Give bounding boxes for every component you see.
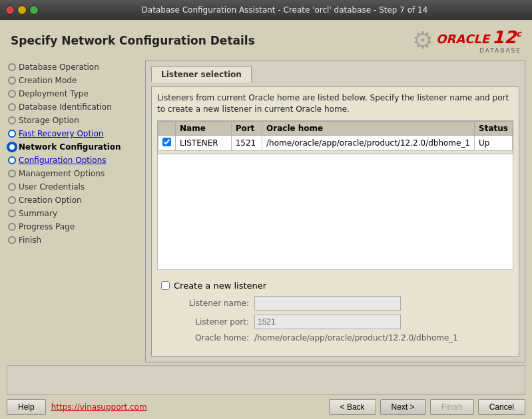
- create-new-listener-checkbox[interactable]: [161, 281, 170, 290]
- footer-right: < Back Next > Finish Cancel: [329, 399, 525, 415]
- oracle-version: 12c: [492, 27, 521, 47]
- sidebar-dot-user-credentials: [8, 183, 16, 191]
- sidebar-item-creation-option[interactable]: Creation Option: [7, 194, 140, 207]
- sidebar-label-fast-recovery-option: Fast Recovery Option: [19, 129, 103, 138]
- sidebar-item-network-configuration[interactable]: Network Configuration: [7, 140, 140, 154]
- bottom-area: [7, 365, 525, 395]
- listener-name-cell: LISTENER: [176, 135, 232, 150]
- sidebar-dot-summary: [8, 210, 16, 217]
- close-button[interactable]: [5, 5, 15, 15]
- sidebar-label-deployment-type: Deployment Type: [19, 89, 89, 98]
- col-header-port: Port: [231, 121, 262, 135]
- sidebar: Database Operation Creation Mode Deploym…: [7, 61, 140, 362]
- oracle-home-label: Oracle home:: [174, 333, 254, 343]
- table-row: LISTENER 1521 /home/oracle/app/oracle/pr…: [158, 135, 513, 150]
- sidebar-item-creation-mode[interactable]: Creation Mode: [7, 74, 140, 87]
- sidebar-item-database-operation[interactable]: Database Operation: [7, 61, 140, 74]
- create-new-listener-label: Create a new listener: [174, 281, 266, 291]
- sidebar-dot-progress-page: [8, 223, 16, 231]
- table-empty-space: [157, 154, 513, 270]
- sidebar-dot-database-identification: [8, 103, 16, 111]
- sidebar-item-summary[interactable]: Summary: [7, 207, 140, 220]
- minimize-button[interactable]: [17, 5, 27, 15]
- next-button[interactable]: Next >: [380, 399, 426, 415]
- sidebar-item-configuration-options[interactable]: Configuration Options: [7, 154, 140, 167]
- listener-name-input[interactable]: [254, 296, 401, 311]
- col-header-name: Name: [176, 121, 232, 135]
- sidebar-item-management-options[interactable]: Management Options: [7, 167, 140, 180]
- listener-port-input[interactable]: [254, 315, 401, 329]
- new-listener-section: Create a new listener Listener name: Lis…: [157, 277, 513, 350]
- help-button[interactable]: Help: [7, 399, 46, 415]
- maximize-button[interactable]: [29, 5, 39, 15]
- sidebar-item-deployment-type[interactable]: Deployment Type: [7, 87, 140, 100]
- col-header-oracle-home: Oracle home: [262, 121, 475, 135]
- listener-checkbox[interactable]: [162, 138, 171, 146]
- sidebar-item-database-identification[interactable]: Database Identification: [7, 100, 140, 114]
- listener-port-cell: 1521: [231, 135, 262, 150]
- back-button[interactable]: < Back: [329, 399, 376, 415]
- listener-port-label: Listener port:: [174, 317, 254, 327]
- sidebar-item-user-credentials[interactable]: User Credentials: [7, 180, 140, 194]
- tabs-bar: Listener selection: [151, 67, 519, 82]
- oracle-product: DATABASE: [479, 47, 521, 54]
- sidebar-label-progress-page: Progress Page: [19, 222, 75, 231]
- sidebar-label-database-identification: Database Identification: [19, 102, 112, 112]
- sidebar-dot-fast-recovery-option: [8, 130, 16, 138]
- sidebar-label-creation-option: Creation Option: [19, 196, 82, 205]
- sidebar-label-network-configuration: Network Configuration: [19, 142, 121, 152]
- main-container: Specify Network Configuration Details ⚙ …: [0, 20, 532, 419]
- oracle-logo: ORACLE 12c DATABASE: [436, 27, 521, 54]
- tab-content: Listeners from current Oracle home are l…: [151, 86, 519, 356]
- listener-checkbox-cell[interactable]: [158, 135, 176, 150]
- sidebar-dot-database-operation: [8, 63, 16, 71]
- create-new-listener-row: Create a new listener: [161, 281, 509, 291]
- gear-icon: ⚙: [412, 27, 433, 54]
- listener-port-row: Listener port:: [161, 315, 509, 329]
- listener-table-wrapper: Name Port Oracle home Status: [157, 120, 513, 154]
- sidebar-dot-storage-option: [8, 116, 16, 124]
- sidebar-dot-creation-option: [8, 196, 16, 204]
- listener-table: Name Port Oracle home Status: [158, 121, 513, 151]
- sidebar-dot-finish: [8, 236, 16, 244]
- tab-description: Listeners from current Oracle home are l…: [157, 92, 513, 115]
- page-title: Specify Network Configuration Details: [11, 34, 255, 47]
- sidebar-label-storage-option: Storage Option: [19, 116, 79, 125]
- sidebar-dot-creation-mode: [8, 76, 16, 84]
- sidebar-label-creation-mode: Creation Mode: [19, 76, 77, 85]
- col-header-status: Status: [475, 121, 513, 135]
- content-area: Database Operation Creation Mode Deploym…: [0, 58, 532, 362]
- oracle-home-row: Oracle home: /home/oracle/app/oracle/pro…: [161, 333, 509, 343]
- oracle-home-value: /home/oracle/app/oracle/product/12.2.0/d…: [254, 333, 458, 343]
- col-header-check: [158, 121, 176, 135]
- listener-name-row: Listener name:: [161, 296, 509, 311]
- sidebar-label-user-credentials: User Credentials: [19, 182, 85, 192]
- window-title: Database Configuration Assistant - Creat…: [43, 5, 527, 15]
- sidebar-label-summary: Summary: [19, 209, 57, 218]
- sidebar-dot-network-configuration: [8, 143, 16, 151]
- sidebar-item-storage-option[interactable]: Storage Option: [7, 114, 140, 127]
- titlebar: Database Configuration Assistant - Creat…: [0, 0, 532, 20]
- listener-status-cell: Up: [475, 135, 513, 150]
- main-panel: Listener selection Listeners from curren…: [145, 61, 525, 362]
- window-controls[interactable]: [5, 5, 39, 15]
- sidebar-dot-deployment-type: [8, 90, 16, 98]
- sidebar-label-finish: Finish: [19, 235, 41, 245]
- tab-listener-selection[interactable]: Listener selection: [151, 67, 252, 82]
- cancel-button[interactable]: Cancel: [478, 399, 525, 415]
- support-link[interactable]: https://vinasupport.com: [51, 402, 147, 412]
- sidebar-dot-configuration-options: [8, 156, 16, 164]
- finish-button[interactable]: Finish: [430, 399, 474, 415]
- listener-name-label: Listener name:: [174, 299, 254, 308]
- sidebar-item-progress-page[interactable]: Progress Page: [7, 220, 140, 233]
- sidebar-item-fast-recovery-option[interactable]: Fast Recovery Option: [7, 127, 140, 140]
- sidebar-label-management-options: Management Options: [19, 169, 105, 178]
- header: Specify Network Configuration Details ⚙ …: [0, 20, 532, 58]
- oracle-logo-area: ⚙ ORACLE 12c DATABASE: [412, 27, 521, 54]
- footer-left: Help https://vinasupport.com: [7, 399, 147, 415]
- footer: Help https://vinasupport.com < Back Next…: [0, 395, 532, 419]
- sidebar-dot-management-options: [8, 170, 16, 178]
- listener-oracle-home-cell: /home/oracle/app/oracle/product/12.2.0/d…: [262, 135, 475, 150]
- sidebar-label-database-operation: Database Operation: [19, 63, 99, 72]
- sidebar-item-finish[interactable]: Finish: [7, 233, 140, 247]
